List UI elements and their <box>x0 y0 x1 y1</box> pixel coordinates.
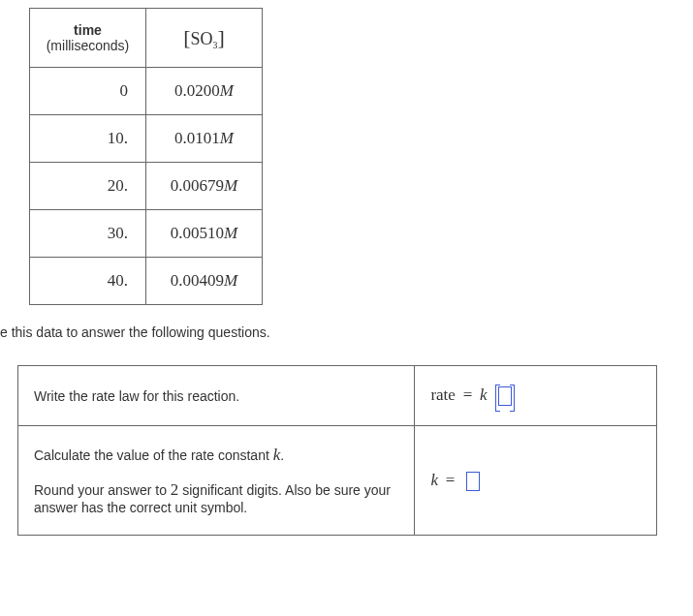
table-row: 20. 0.00679M <box>30 163 263 210</box>
cell-time: 30. <box>30 210 146 258</box>
species-formula: SO <box>191 29 213 48</box>
rate-law-input[interactable] <box>498 386 512 406</box>
cell-time: 40. <box>30 258 146 305</box>
conc-unit: M <box>220 129 234 147</box>
q1-prompt: Write the rate law for this reaction. <box>18 366 415 426</box>
bracket-open: [ <box>183 25 190 49</box>
table-header-row: time (milliseconds) [SO3] <box>30 9 263 68</box>
table-body: 0 0.0200M 10. 0.0101M 20. 0.00679M 30. 0… <box>30 68 263 305</box>
time-label: time <box>74 22 102 38</box>
cell-time: 20. <box>30 163 146 210</box>
time-unit: (milliseconds) <box>47 38 130 53</box>
k-var: k <box>430 471 438 489</box>
k-value-input[interactable] <box>466 472 480 491</box>
cell-conc: 0.00679M <box>146 163 263 210</box>
conc-value: 0.00510 <box>171 224 224 242</box>
cell-conc: 0.00409M <box>146 258 263 305</box>
equals-sign: = <box>446 471 456 489</box>
conc-unit: M <box>220 81 234 100</box>
cell-time: 0 <box>30 68 146 115</box>
k-var: k <box>480 385 488 404</box>
conc-value: 0.0200 <box>174 81 220 100</box>
conc-value: 0.00409 <box>171 271 224 290</box>
instruction-text: e this data to answer the following ques… <box>0 324 693 340</box>
table-row: 10. 0.0101M <box>30 115 263 163</box>
qa-row-1: Write the rate law for this reaction. ra… <box>18 366 657 426</box>
conc-unit: M <box>224 176 237 195</box>
q2-answer: k = <box>415 426 657 536</box>
qa-row-2: Calculate the value of the rate constant… <box>18 426 657 536</box>
cell-conc: 0.0101M <box>146 115 263 163</box>
rate-prefix: rate <box>430 385 455 404</box>
table-row: 40. 0.00409M <box>30 258 263 305</box>
table-row: 30. 0.00510M <box>30 210 263 258</box>
bracket-close: ] <box>217 25 224 49</box>
cell-conc: 0.0200M <box>146 68 263 115</box>
cell-time: 10. <box>30 115 146 163</box>
data-table: time (milliseconds) [SO3] 0 0.0200M 10. … <box>29 8 263 305</box>
cell-conc: 0.00510M <box>146 210 263 258</box>
conc-value: 0.0101 <box>174 129 220 147</box>
q2-line1-end: . <box>280 447 284 463</box>
conc-unit: M <box>224 271 237 290</box>
qa-table: Write the rate law for this reaction. ra… <box>17 365 657 536</box>
q2-prompt: Calculate the value of the rate constant… <box>18 426 415 536</box>
table-row: 0 0.0200M <box>30 68 263 115</box>
header-species: [SO3] <box>146 9 263 68</box>
q2-line2: Round your answer to <box>34 482 171 498</box>
conc-unit: M <box>224 224 237 242</box>
q1-answer: rate = k <box>415 366 657 426</box>
q2-line1: Calculate the value of the rate constant <box>34 447 273 463</box>
header-time: time (milliseconds) <box>30 9 146 68</box>
conc-value: 0.00679 <box>171 176 224 195</box>
equals-sign: = <box>463 385 473 404</box>
